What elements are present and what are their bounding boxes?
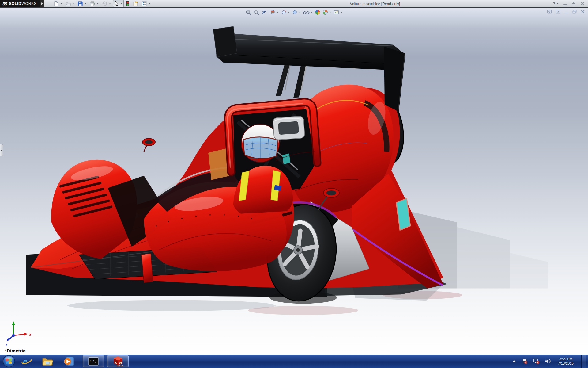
clock-date: 7/13/2015 xyxy=(558,361,574,366)
section-view-icon xyxy=(270,10,276,15)
folder-icon xyxy=(42,356,53,366)
options-checklist-icon xyxy=(141,1,147,6)
windows-taskbar: e C:\_ S W xyxy=(0,355,588,368)
hide-show-items-button[interactable] xyxy=(303,10,313,15)
system-tray: 3:55 PM 7/13/2015 xyxy=(512,355,588,368)
ds-logo-glyph: 3S xyxy=(2,1,7,6)
taskbar-command-prompt[interactable]: C:\_ xyxy=(83,355,104,367)
car-model[interactable] xyxy=(31,26,443,305)
rebuild-traffic-light-icon xyxy=(126,1,130,6)
panel-expand-tab[interactable] xyxy=(0,144,3,156)
edit-appearance-button[interactable] xyxy=(315,10,320,15)
windows-orb-icon xyxy=(2,355,15,368)
open-folder-icon xyxy=(65,1,71,6)
dropdown-caret[interactable] xyxy=(277,12,279,13)
view-settings-button[interactable] xyxy=(333,10,342,15)
window-controls: ? xyxy=(552,1,588,6)
display-style-button[interactable] xyxy=(292,10,301,15)
z-axis-arrow xyxy=(7,338,10,342)
dropdown-caret[interactable] xyxy=(557,3,559,4)
dropdown-caret[interactable] xyxy=(97,3,99,4)
dropdown-caret[interactable] xyxy=(341,12,342,13)
show-hidden-icons-button[interactable] xyxy=(512,360,516,363)
x-axis-label: x xyxy=(29,332,32,337)
rebuild-button[interactable] xyxy=(125,0,130,7)
file-properties-button[interactable] xyxy=(132,0,139,7)
help-button[interactable]: ? xyxy=(552,1,559,6)
doc-close-button[interactable] xyxy=(581,10,585,14)
save-floppy-icon xyxy=(77,1,83,6)
section-view-button[interactable] xyxy=(270,10,279,15)
clock-time: 3:55 PM xyxy=(558,357,574,361)
start-button[interactable] xyxy=(2,355,15,368)
orientation-triad: x z xyxy=(3,321,34,347)
undo-arrow-icon xyxy=(102,1,107,6)
doc-restore-button[interactable] xyxy=(572,10,577,14)
select-button[interactable] xyxy=(113,0,124,7)
3d-viewport[interactable] xyxy=(0,8,588,355)
menu-expand-button[interactable] xyxy=(40,0,44,7)
zoom-to-fit-button[interactable] xyxy=(246,10,251,15)
doc-minimize-button[interactable] xyxy=(564,10,568,14)
command-prompt-icon: C:\_ xyxy=(88,357,99,366)
taskbar-internet-explorer[interactable]: e xyxy=(20,355,33,368)
document-window-controls xyxy=(547,10,585,14)
show-desktop-button[interactable] xyxy=(581,355,586,368)
taskbar-media-player[interactable] xyxy=(62,355,75,368)
standard-toolbar xyxy=(52,0,152,7)
dropdown-caret[interactable] xyxy=(299,12,301,13)
taskbar-clock[interactable]: 3:55 PM 7/13/2015 xyxy=(558,357,574,366)
eyeglasses-icon xyxy=(303,10,310,15)
title-bar: 3S SOLID WORKS xyxy=(0,0,588,7)
solidworks-logo: 3S SOLID WORKS xyxy=(0,0,40,7)
zoom-to-area-button[interactable] xyxy=(254,10,259,15)
side-mirror-left xyxy=(142,138,155,152)
y-axis-arrow xyxy=(12,321,15,325)
x-axis-arrow xyxy=(24,333,28,336)
solidworks-2015-icon: S W 2015 xyxy=(112,356,124,367)
pane-left-button[interactable] xyxy=(547,10,552,14)
save-button[interactable] xyxy=(77,0,87,7)
helmet-visor xyxy=(243,137,278,159)
graphics-area: x z *Dimetric xyxy=(0,7,588,355)
dropdown-caret[interactable] xyxy=(121,3,123,4)
options-button[interactable] xyxy=(141,0,152,7)
svg-text:e: e xyxy=(23,356,27,366)
previous-view-button[interactable] xyxy=(262,10,268,15)
zoom-to-fit-icon xyxy=(246,10,251,15)
apply-scene-button[interactable] xyxy=(322,10,331,15)
previous-view-icon xyxy=(262,10,268,15)
zoom-to-area-icon xyxy=(254,10,259,15)
dropdown-caret[interactable] xyxy=(85,3,86,4)
view-orientation-button[interactable] xyxy=(281,10,290,15)
network-status-icon[interactable] xyxy=(533,358,540,364)
svg-text:2015: 2015 xyxy=(116,364,123,367)
restore-button[interactable] xyxy=(572,2,575,5)
dropdown-caret[interactable] xyxy=(288,12,290,13)
scene-ball-icon xyxy=(322,10,328,15)
new-button[interactable] xyxy=(52,0,63,7)
dropdown-caret[interactable] xyxy=(73,3,74,4)
close-button[interactable] xyxy=(580,2,584,6)
taskbar-solidworks[interactable]: S W 2015 xyxy=(107,355,129,367)
dropdown-caret[interactable] xyxy=(329,12,331,13)
dropdown-caret[interactable] xyxy=(60,3,62,4)
dropdown-caret[interactable] xyxy=(311,12,313,13)
note-pencil-icon xyxy=(133,1,138,6)
minimize-button[interactable] xyxy=(564,4,567,5)
dropdown-caret[interactable] xyxy=(149,3,151,4)
intake-box xyxy=(273,116,305,140)
select-cursor-icon xyxy=(114,1,119,6)
new-document-icon xyxy=(53,1,59,6)
media-player-icon xyxy=(63,356,74,367)
pane-right-button[interactable] xyxy=(556,10,560,14)
appearance-ball-icon xyxy=(315,10,320,15)
printer-icon xyxy=(89,1,95,6)
action-center-flag-icon[interactable] xyxy=(522,358,528,364)
undo-button[interactable] xyxy=(101,0,112,7)
volume-icon[interactable] xyxy=(545,358,551,364)
dropdown-caret[interactable] xyxy=(109,3,111,4)
print-button[interactable] xyxy=(89,0,100,7)
taskbar-file-explorer[interactable] xyxy=(41,355,54,368)
open-button[interactable] xyxy=(64,0,75,7)
